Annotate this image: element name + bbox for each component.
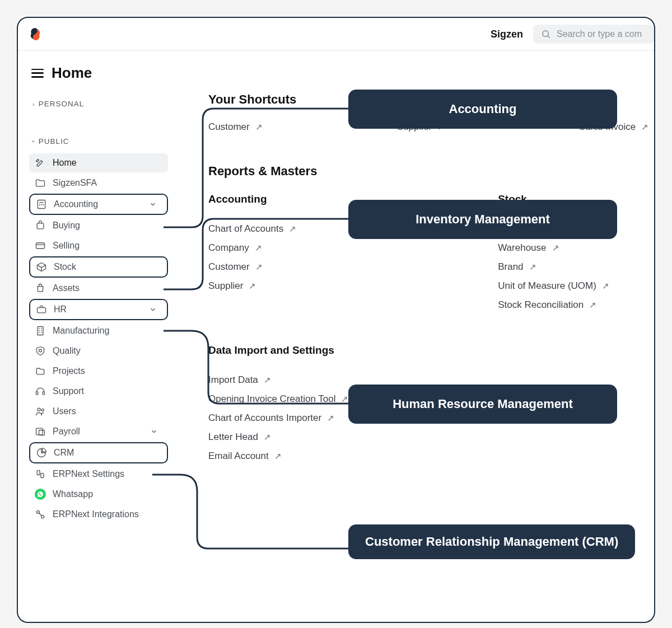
sidebar-item-users[interactable]: Users [29, 402, 168, 421]
sidebar-item-label: ERPNext Settings [53, 469, 124, 479]
reports-masters-title: Reports & Masters [208, 164, 654, 179]
sidebar-item-whatsapp[interactable]: Whatsapp [29, 485, 168, 504]
sidebar-item-support[interactable]: Support [29, 382, 168, 401]
sidebar-item-label: ERPNext Integrations [53, 509, 139, 519]
sidebar-item-selling[interactable]: Selling [29, 236, 168, 255]
topbar: Sigzen [18, 18, 654, 51]
link-label: Company [208, 242, 249, 254]
cart-icon [35, 220, 46, 231]
link-label: Letter Head [208, 432, 258, 443]
sidebar-item-stock[interactable]: Stock [29, 256, 168, 278]
svg-point-19 [39, 349, 42, 352]
sidebar-item-label: SigzenSFA [53, 178, 97, 188]
link-unit-of-measure-uom-[interactable]: Unit of Measure (UOM)↗ [498, 280, 609, 292]
nav-list: HomeSigzenSFAAccountingBuyingSellingStoc… [29, 153, 168, 524]
sidebar-item-label: Users [53, 406, 76, 416]
sidebar-item-assets[interactable]: Assets [29, 279, 168, 298]
svg-point-5 [41, 204, 42, 205]
folder2-icon [35, 365, 46, 377]
chevron-right-icon: › [32, 101, 35, 107]
app-window: Sigzen Home › PERSONAL [17, 17, 655, 623]
sidebar-item-buying[interactable]: Buying [29, 216, 168, 235]
arrow-up-right-icon: ↗ [589, 300, 596, 310]
svg-point-22 [38, 408, 40, 411]
link-warehouse[interactable]: Warehouse↗ [498, 242, 609, 254]
company-name[interactable]: Sigzen [491, 29, 523, 40]
callout-accounting: Accounting [348, 90, 617, 129]
building-icon [35, 325, 46, 336]
chevron-down-icon [149, 306, 157, 313]
svg-point-23 [41, 409, 44, 411]
chevron-down-icon [149, 200, 157, 208]
accounting-subtitle: Accounting [208, 193, 296, 205]
arrow-up-right-icon: ↗ [255, 122, 263, 132]
briefcase-icon [36, 304, 47, 315]
hamburger-icon[interactable] [31, 69, 44, 78]
arrow-up-right-icon: ↗ [602, 281, 609, 291]
link-label: Brand [498, 261, 523, 273]
sidebar-item-label: Home [53, 158, 77, 168]
shield-icon [35, 345, 46, 357]
sidebar-item-hr[interactable]: HR [29, 299, 168, 320]
svg-rect-20 [36, 392, 38, 395]
link-chart-of-accounts[interactable]: Chart of Accounts↗ [208, 223, 296, 235]
callout-hr: Human Resource Management [348, 385, 617, 424]
link-label: Stock Reconciliation [498, 299, 584, 311]
sidebar-item-label: Stock [54, 262, 76, 272]
sidebar-item-manufacturing[interactable]: Manufacturing [29, 321, 168, 340]
calculator-icon [36, 199, 47, 210]
sidebar-section-public[interactable]: › PUBLIC [29, 129, 168, 153]
svg-rect-26 [37, 470, 40, 475]
box-icon [36, 261, 47, 273]
arrow-up-right-icon: ↗ [552, 243, 559, 253]
sidebar-item-label: Projects [53, 366, 85, 376]
svg-rect-7 [37, 223, 44, 229]
sidebar-section-personal[interactable]: › PERSONAL [29, 92, 168, 116]
sidebar-item-label: Buying [53, 221, 80, 231]
sidebar-item-quality[interactable]: Quality [29, 341, 168, 360]
sidebar-item-home[interactable]: Home [29, 153, 168, 172]
callout-crm: Customer Relationship Management (CRM) [348, 524, 635, 559]
logo [28, 27, 43, 41]
sidebar-item-accounting[interactable]: Accounting [29, 194, 168, 215]
search-icon [541, 29, 551, 39]
link-letter-head[interactable]: Letter Head↗ [208, 432, 654, 443]
svg-rect-24 [36, 428, 43, 435]
arrow-up-right-icon: ↗ [274, 451, 282, 461]
pie-icon [36, 447, 47, 458]
sidebar-item-sigzensfa[interactable]: SigzenSFA [29, 174, 168, 193]
link-label: Supplier [208, 280, 243, 292]
link-label: Chart of Accounts [208, 223, 283, 235]
sidebar: Home › PERSONAL › PUBLIC HomeSigzenSFAAc… [29, 62, 175, 599]
sidebar-item-label: Quality [53, 346, 81, 356]
link-import-data[interactable]: Import Data↗ [208, 374, 654, 386]
sidebar-item-projects[interactable]: Projects [29, 362, 168, 381]
shortcut-customer[interactable]: Customer↗ [208, 121, 263, 133]
sidebar-item-erpnext-integrations[interactable]: ERPNext Integrations [29, 505, 168, 524]
sidebar-item-payroll[interactable]: Payroll [29, 422, 168, 441]
arrow-up-right-icon: ↗ [341, 394, 348, 404]
search-input[interactable] [557, 29, 646, 39]
arrow-up-right-icon: ↗ [249, 281, 256, 291]
users-icon [35, 406, 46, 417]
folder-icon [35, 177, 46, 189]
link-customer[interactable]: Customer↗ [208, 261, 296, 273]
link-brand[interactable]: Brand↗ [498, 261, 609, 273]
link-company[interactable]: Company↗ [208, 242, 296, 254]
sidebar-item-erpnext-settings[interactable]: ERPNext Settings [29, 465, 168, 484]
link-supplier[interactable]: Supplier↗ [208, 280, 296, 292]
link-email-account[interactable]: Email Account↗ [208, 451, 654, 462]
svg-rect-12 [38, 327, 43, 335]
sidebar-item-crm[interactable]: CRM [29, 442, 168, 463]
sidebar-item-label: Whatsapp [53, 489, 93, 499]
payroll-icon [35, 426, 46, 437]
chevron-down-icon: › [30, 140, 37, 143]
link-stock-reconciliation[interactable]: Stock Reconciliation↗ [498, 299, 609, 311]
bag-icon [35, 283, 46, 294]
search-input-wrapper[interactable] [533, 25, 654, 44]
import-subtitle: Data Import and Settings [208, 344, 654, 357]
link-label: Chart of Accounts Importer [208, 413, 321, 424]
svg-point-4 [39, 204, 40, 205]
link-label: Import Data [208, 374, 258, 386]
callout-inventory: Inventory Management [348, 200, 617, 239]
